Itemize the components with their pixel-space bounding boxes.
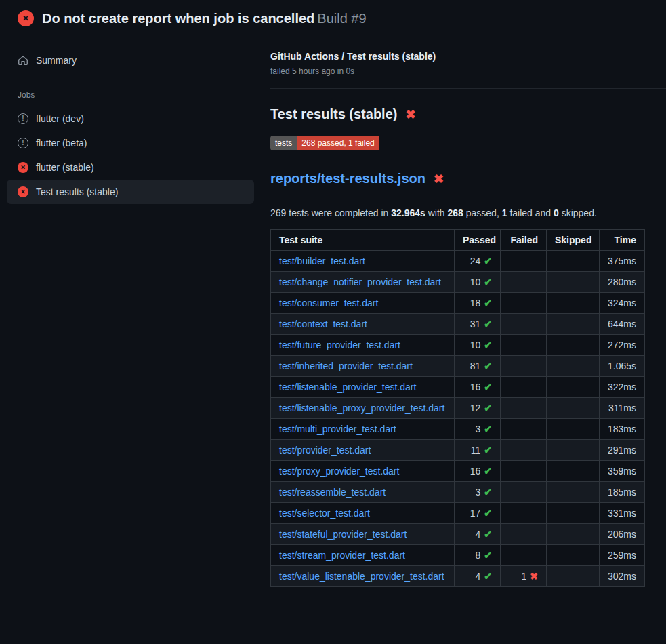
- table-header-row: Test suitePassedFailedSkippedTime: [271, 230, 645, 251]
- passed-cell: 31: [455, 314, 501, 335]
- time-cell: 1.065s: [600, 356, 645, 377]
- report-heading: reports/test-results.json: [270, 171, 666, 195]
- count: 17: [470, 508, 481, 519]
- check-icon: [484, 382, 492, 393]
- test-suite-link[interactable]: test/proxy_provider_test.dart: [279, 466, 399, 477]
- suite-cell: test/consumer_test.dart: [271, 293, 455, 314]
- count: 16: [470, 382, 481, 393]
- check-icon: [484, 361, 492, 371]
- check-icon: [484, 550, 492, 561]
- count: 31: [470, 319, 481, 329]
- suite-cell: test/value_listenable_provider_test.dart: [271, 566, 455, 587]
- sidebar-item-summary[interactable]: Summary: [7, 48, 254, 73]
- passed-cell: 81: [455, 356, 501, 377]
- suite-cell: test/future_provider_test.dart: [271, 335, 455, 356]
- skipped-cell: [547, 335, 600, 356]
- test-suite-link[interactable]: test/future_provider_test.dart: [279, 340, 400, 350]
- skipped-cell: [547, 272, 600, 293]
- x-icon: [530, 571, 538, 582]
- count: 4: [475, 529, 480, 540]
- check-icon: [484, 298, 492, 308]
- check-icon: [484, 445, 492, 456]
- suite-cell: test/builder_test.dart: [271, 251, 455, 272]
- skipped-cell: [547, 419, 600, 440]
- table-row: test/proxy_provider_test.dart16359ms: [271, 461, 645, 482]
- failed-cell: [501, 398, 547, 419]
- summary-number: 1: [502, 207, 507, 218]
- run-header: Do not create report when job is cancell…: [0, 0, 666, 33]
- count: 81: [470, 361, 481, 371]
- test-suite-link[interactable]: test/stream_provider_test.dart: [279, 550, 405, 561]
- suite-cell: test/change_notifier_provider_test.dart: [271, 272, 455, 293]
- failed-cell: [501, 377, 547, 398]
- report-file-link[interactable]: reports/test-results.json: [270, 171, 425, 186]
- suite-cell: test/provider_test.dart: [271, 440, 455, 461]
- failed-cell: [501, 461, 547, 482]
- run-meta-text: failed 5 hours ago in 0s: [270, 66, 666, 76]
- suite-cell: test/context_test.dart: [271, 314, 455, 335]
- check-icon: [484, 256, 492, 266]
- test-suite-link[interactable]: test/value_listenable_provider_test.dart: [279, 571, 444, 582]
- check-icon: [484, 466, 492, 477]
- failed-cell: [501, 524, 547, 545]
- test-suite-link[interactable]: test/listenable_provider_test.dart: [279, 382, 416, 393]
- suite-cell: test/selector_test.dart: [271, 503, 455, 524]
- cancelled-circle-icon: [18, 113, 28, 124]
- passed-cell: 16: [455, 377, 501, 398]
- passed-cell: 10: [455, 272, 501, 293]
- x-circle-icon: [18, 162, 28, 173]
- check-icon: [484, 529, 492, 540]
- sidebar-item-flutter-beta[interactable]: flutter (beta): [7, 131, 254, 155]
- test-suite-link[interactable]: test/selector_test.dart: [279, 508, 370, 519]
- failed-cell: [501, 545, 547, 566]
- check-icon: [484, 487, 492, 498]
- test-suite-link[interactable]: test/listenable_proxy_provider_test.dart: [279, 403, 444, 414]
- test-suite-link[interactable]: test/context_test.dart: [279, 319, 367, 329]
- page-title: Do not create report when job is cancell…: [42, 11, 367, 26]
- skipped-cell: [547, 377, 600, 398]
- table-row: test/selector_test.dart17331ms: [271, 503, 645, 524]
- tests-summary-text: 269 tests were completed in 32.964s with…: [270, 207, 666, 218]
- test-suite-link[interactable]: test/inherited_provider_test.dart: [279, 361, 413, 371]
- passed-cell: 10: [455, 335, 501, 356]
- passed-cell: 8: [455, 545, 501, 566]
- suite-cell: test/multi_provider_test.dart: [271, 419, 455, 440]
- column-header-time: Time: [600, 230, 645, 251]
- test-suite-link[interactable]: test/builder_test.dart: [279, 256, 365, 266]
- passed-cell: 3: [455, 482, 501, 503]
- sidebar-item-flutter-stable[interactable]: flutter (stable): [7, 155, 254, 180]
- time-cell: 206ms: [600, 524, 645, 545]
- passed-cell: 18: [455, 293, 501, 314]
- failed-cell: 1: [501, 566, 547, 587]
- time-cell: 644ms: [600, 314, 645, 335]
- test-suite-link[interactable]: test/consumer_test.dart: [279, 298, 378, 308]
- table-row: test/reassemble_test.dart3185ms: [271, 482, 645, 503]
- passed-cell: 16: [455, 461, 501, 482]
- count: 4: [475, 571, 480, 582]
- test-results-table: Test suitePassedFailedSkippedTime test/b…: [270, 229, 645, 587]
- check-icon: [484, 508, 492, 519]
- breadcrumb: GitHub Actions / Test results (stable): [270, 51, 666, 62]
- time-cell: 322ms: [600, 377, 645, 398]
- test-suite-link[interactable]: test/multi_provider_test.dart: [279, 424, 396, 435]
- test-suite-link[interactable]: test/change_notifier_provider_test.dart: [279, 277, 441, 287]
- sidebar-item-flutter-dev[interactable]: flutter (dev): [7, 106, 254, 131]
- count: 10: [470, 277, 481, 287]
- time-cell: 331ms: [600, 503, 645, 524]
- time-cell: 302ms: [600, 566, 645, 587]
- test-suite-link[interactable]: test/provider_test.dart: [279, 445, 371, 456]
- test-suite-link[interactable]: test/reassemble_test.dart: [279, 487, 386, 498]
- test-suite-link[interactable]: test/stateful_provider_test.dart: [279, 529, 407, 540]
- suite-cell: test/proxy_provider_test.dart: [271, 461, 455, 482]
- failed-cell: [501, 335, 547, 356]
- time-cell: 280ms: [600, 272, 645, 293]
- column-header-skipped: Skipped: [547, 230, 600, 251]
- sidebar-item-test-results-stable[interactable]: Test results (stable): [7, 180, 254, 204]
- check-icon: [484, 403, 492, 414]
- count: 11: [471, 445, 481, 456]
- jobs-section-label: Jobs: [0, 73, 261, 106]
- table-row: test/stateful_provider_test.dart4206ms: [271, 524, 645, 545]
- suite-cell: test/reassemble_test.dart: [271, 482, 455, 503]
- skipped-cell: [547, 251, 600, 272]
- time-cell: 375ms: [600, 251, 645, 272]
